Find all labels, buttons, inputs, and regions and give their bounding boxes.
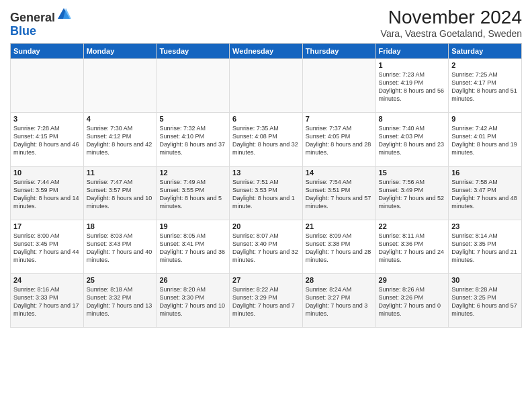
title-block: November 2024 Vara, Vaestra Goetaland, S… [381, 7, 522, 39]
day-number: 13 [232, 169, 300, 177]
day-number: 16 [451, 169, 519, 177]
day-info: Sunrise: 7:58 AM Sunset: 3:47 PM Dayligh… [451, 178, 519, 211]
day-number: 12 [159, 169, 226, 177]
calendar-cell-4-1: 25Sunrise: 8:18 AM Sunset: 3:32 PM Dayli… [83, 274, 157, 328]
day-number: 7 [306, 115, 373, 123]
week-row-3: 10Sunrise: 7:44 AM Sunset: 3:59 PM Dayli… [11, 167, 522, 220]
day-info: Sunrise: 7:32 AM Sunset: 4:10 PM Dayligh… [159, 124, 226, 157]
header-tuesday: Tuesday [157, 44, 230, 59]
logo-blue: Blue [10, 24, 36, 38]
day-number: 6 [232, 115, 300, 123]
calendar-cell-2-4: 14Sunrise: 7:54 AM Sunset: 3:51 PM Dayli… [302, 167, 375, 220]
day-number: 17 [13, 222, 81, 230]
header-thursday: Thursday [302, 44, 375, 59]
day-info: Sunrise: 7:40 AM Sunset: 4:03 PM Dayligh… [379, 124, 446, 157]
day-info: Sunrise: 8:16 AM Sunset: 3:33 PM Dayligh… [13, 285, 81, 318]
calendar-cell-0-2 [157, 59, 230, 113]
week-row-2: 3Sunrise: 7:28 AM Sunset: 4:15 PM Daylig… [11, 113, 522, 167]
logo-general: General [10, 11, 55, 24]
calendar-cell-1-3: 6Sunrise: 7:35 AM Sunset: 4:08 PM Daylig… [230, 113, 303, 167]
calendar-cell-0-6: 2Sunrise: 7:25 AM Sunset: 4:17 PM Daylig… [449, 59, 522, 113]
week-row-5: 24Sunrise: 8:16 AM Sunset: 3:33 PM Dayli… [11, 274, 522, 328]
calendar-cell-0-4 [302, 59, 375, 113]
day-number: 2 [451, 61, 519, 69]
day-number: 20 [232, 222, 300, 230]
day-number: 25 [87, 276, 154, 284]
day-number: 21 [306, 222, 373, 230]
day-number: 19 [159, 222, 226, 230]
day-info: Sunrise: 8:26 AM Sunset: 3:26 PM Dayligh… [379, 285, 446, 318]
day-number: 5 [159, 115, 226, 123]
day-number: 30 [451, 276, 519, 284]
month-title: November 2024 [381, 7, 522, 28]
day-info: Sunrise: 7:37 AM Sunset: 4:05 PM Dayligh… [306, 124, 373, 157]
calendar-header-row: Sunday Monday Tuesday Wednesday Thursday… [11, 44, 522, 59]
day-info: Sunrise: 8:28 AM Sunset: 3:25 PM Dayligh… [451, 285, 519, 318]
day-info: Sunrise: 7:28 AM Sunset: 4:15 PM Dayligh… [13, 124, 81, 157]
day-number: 1 [379, 61, 446, 69]
calendar-cell-0-5: 1Sunrise: 7:23 AM Sunset: 4:19 PM Daylig… [375, 59, 449, 113]
calendar-cell-4-3: 27Sunrise: 8:22 AM Sunset: 3:29 PM Dayli… [230, 274, 303, 328]
day-info: Sunrise: 8:20 AM Sunset: 3:30 PM Dayligh… [159, 285, 226, 318]
day-info: Sunrise: 7:30 AM Sunset: 4:12 PM Dayligh… [87, 124, 154, 157]
day-info: Sunrise: 7:44 AM Sunset: 3:59 PM Dayligh… [13, 178, 81, 211]
calendar-cell-0-1 [83, 59, 157, 113]
day-number: 22 [379, 222, 446, 230]
calendar-cell-1-0: 3Sunrise: 7:28 AM Sunset: 4:15 PM Daylig… [11, 113, 84, 167]
calendar-cell-1-5: 8Sunrise: 7:40 AM Sunset: 4:03 PM Daylig… [375, 113, 449, 167]
calendar-cell-1-1: 4Sunrise: 7:30 AM Sunset: 4:12 PM Daylig… [83, 113, 157, 167]
day-number: 28 [306, 276, 373, 284]
calendar-cell-4-5: 29Sunrise: 8:26 AM Sunset: 3:26 PM Dayli… [375, 274, 449, 328]
day-number: 10 [13, 169, 81, 177]
header-monday: Monday [83, 44, 157, 59]
day-number: 15 [379, 169, 446, 177]
calendar-cell-3-4: 21Sunrise: 8:09 AM Sunset: 3:38 PM Dayli… [302, 220, 375, 274]
day-info: Sunrise: 7:25 AM Sunset: 4:17 PM Dayligh… [451, 71, 519, 103]
day-number: 18 [87, 222, 154, 230]
day-info: Sunrise: 7:56 AM Sunset: 3:49 PM Dayligh… [379, 178, 446, 211]
calendar-cell-3-1: 18Sunrise: 8:03 AM Sunset: 3:43 PM Dayli… [83, 220, 157, 274]
calendar-cell-2-0: 10Sunrise: 7:44 AM Sunset: 3:59 PM Dayli… [11, 167, 84, 220]
calendar-cell-1-6: 9Sunrise: 7:42 AM Sunset: 4:01 PM Daylig… [449, 113, 522, 167]
calendar-cell-4-6: 30Sunrise: 8:28 AM Sunset: 3:25 PM Dayli… [449, 274, 522, 328]
calendar-cell-3-3: 20Sunrise: 8:07 AM Sunset: 3:40 PM Dayli… [230, 220, 303, 274]
calendar-cell-2-5: 15Sunrise: 7:56 AM Sunset: 3:49 PM Dayli… [375, 167, 449, 220]
week-row-4: 17Sunrise: 8:00 AM Sunset: 3:45 PM Dayli… [11, 220, 522, 274]
calendar-cell-2-1: 11Sunrise: 7:47 AM Sunset: 3:57 PM Dayli… [83, 167, 157, 220]
calendar-cell-4-4: 28Sunrise: 8:24 AM Sunset: 3:27 PM Dayli… [302, 274, 375, 328]
calendar-cell-4-0: 24Sunrise: 8:16 AM Sunset: 3:33 PM Dayli… [11, 274, 84, 328]
calendar-cell-0-3 [230, 59, 303, 113]
day-number: 23 [451, 222, 519, 230]
day-info: Sunrise: 7:47 AM Sunset: 3:57 PM Dayligh… [87, 178, 154, 211]
header-wednesday: Wednesday [230, 44, 303, 59]
calendar-cell-3-0: 17Sunrise: 8:00 AM Sunset: 3:45 PM Dayli… [11, 220, 84, 274]
day-number: 29 [379, 276, 446, 284]
day-info: Sunrise: 8:05 AM Sunset: 3:41 PM Dayligh… [159, 232, 226, 265]
day-info: Sunrise: 7:42 AM Sunset: 4:01 PM Dayligh… [451, 124, 519, 157]
calendar-cell-3-2: 19Sunrise: 8:05 AM Sunset: 3:41 PM Dayli… [157, 220, 230, 274]
day-info: Sunrise: 8:14 AM Sunset: 3:35 PM Dayligh… [451, 232, 519, 265]
day-info: Sunrise: 8:22 AM Sunset: 3:29 PM Dayligh… [232, 285, 300, 318]
day-number: 27 [232, 276, 300, 284]
page-header: General Blue November 2024 Vara, Vaestra… [10, 7, 522, 39]
day-info: Sunrise: 7:54 AM Sunset: 3:51 PM Dayligh… [306, 178, 373, 211]
day-info: Sunrise: 7:35 AM Sunset: 4:08 PM Dayligh… [232, 124, 300, 157]
day-number: 14 [306, 169, 373, 177]
day-info: Sunrise: 8:24 AM Sunset: 3:27 PM Dayligh… [306, 285, 373, 318]
week-row-1: 1Sunrise: 7:23 AM Sunset: 4:19 PM Daylig… [11, 59, 522, 113]
calendar-table: Sunday Monday Tuesday Wednesday Thursday… [10, 43, 522, 328]
day-number: 9 [451, 115, 519, 123]
day-number: 11 [87, 169, 154, 177]
day-info: Sunrise: 8:11 AM Sunset: 3:36 PM Dayligh… [379, 232, 446, 265]
calendar-cell-2-2: 12Sunrise: 7:49 AM Sunset: 3:55 PM Dayli… [157, 167, 230, 220]
calendar-cell-2-6: 16Sunrise: 7:58 AM Sunset: 3:47 PM Dayli… [449, 167, 522, 220]
calendar-cell-3-5: 22Sunrise: 8:11 AM Sunset: 3:36 PM Dayli… [375, 220, 449, 274]
calendar-cell-2-3: 13Sunrise: 7:51 AM Sunset: 3:53 PM Dayli… [230, 167, 303, 220]
day-info: Sunrise: 8:07 AM Sunset: 3:40 PM Dayligh… [232, 232, 300, 265]
day-info: Sunrise: 8:00 AM Sunset: 3:45 PM Dayligh… [13, 232, 81, 265]
header-sunday: Sunday [11, 44, 84, 59]
day-info: Sunrise: 8:03 AM Sunset: 3:43 PM Dayligh… [87, 232, 154, 265]
calendar-cell-4-2: 26Sunrise: 8:20 AM Sunset: 3:30 PM Dayli… [157, 274, 230, 328]
calendar-cell-1-2: 5Sunrise: 7:32 AM Sunset: 4:10 PM Daylig… [157, 113, 230, 167]
day-info: Sunrise: 8:18 AM Sunset: 3:32 PM Dayligh… [87, 285, 154, 318]
